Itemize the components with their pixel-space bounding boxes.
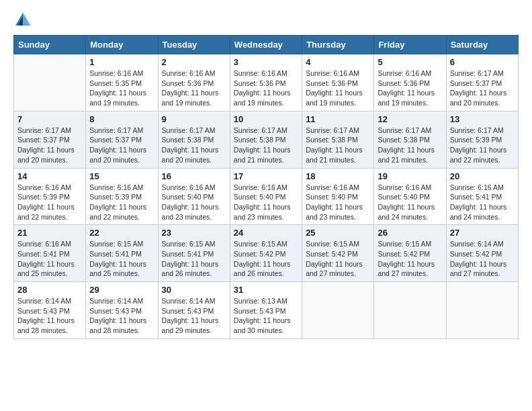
day-number: 16	[162, 171, 226, 181]
svg-marker-2	[23, 13, 30, 26]
day-info: Sunrise: 6:14 AM Sunset: 5:43 PM Dayligh…	[162, 296, 226, 336]
calendar-cell: 18Sunrise: 6:16 AM Sunset: 5:40 PM Dayli…	[302, 168, 374, 225]
day-info: Sunrise: 6:16 AM Sunset: 5:35 PM Dayligh…	[89, 68, 154, 108]
logo	[13, 11, 35, 30]
day-number: 12	[378, 114, 442, 124]
calendar: SundayMondayTuesdayWednesdayThursdayFrid…	[13, 35, 519, 339]
day-number: 13	[450, 114, 515, 124]
calendar-cell: 30Sunrise: 6:14 AM Sunset: 5:43 PM Dayli…	[158, 282, 230, 339]
calendar-cell: 5Sunrise: 6:16 AM Sunset: 5:36 PM Daylig…	[374, 54, 446, 111]
day-info: Sunrise: 6:15 AM Sunset: 5:42 PM Dayligh…	[234, 239, 298, 279]
logo-icon	[13, 11, 32, 30]
header	[13, 11, 519, 30]
calendar-cell: 22Sunrise: 6:15 AM Sunset: 5:41 PM Dayli…	[86, 225, 158, 282]
calendar-cell: 12Sunrise: 6:17 AM Sunset: 5:38 PM Dayli…	[374, 111, 446, 168]
day-info: Sunrise: 6:16 AM Sunset: 5:40 PM Dayligh…	[378, 183, 442, 222]
calendar-cell: 14Sunrise: 6:16 AM Sunset: 5:39 PM Dayli…	[14, 168, 86, 225]
weekday-sunday: Sunday	[14, 36, 86, 54]
day-info: Sunrise: 6:16 AM Sunset: 5:40 PM Dayligh…	[162, 183, 226, 222]
day-info: Sunrise: 6:16 AM Sunset: 5:40 PM Dayligh…	[234, 183, 298, 222]
day-info: Sunrise: 6:16 AM Sunset: 5:40 PM Dayligh…	[306, 183, 370, 222]
calendar-cell: 17Sunrise: 6:16 AM Sunset: 5:40 PM Dayli…	[230, 168, 302, 225]
day-info: Sunrise: 6:16 AM Sunset: 5:39 PM Dayligh…	[89, 183, 154, 222]
day-info: Sunrise: 6:15 AM Sunset: 5:42 PM Dayligh…	[378, 239, 442, 279]
week-row-1: 1Sunrise: 6:16 AM Sunset: 5:35 PM Daylig…	[14, 54, 519, 111]
calendar-cell: 13Sunrise: 6:17 AM Sunset: 5:39 PM Dayli…	[446, 111, 518, 168]
calendar-cell: 19Sunrise: 6:16 AM Sunset: 5:40 PM Dayli…	[374, 168, 446, 225]
day-info: Sunrise: 6:17 AM Sunset: 5:37 PM Dayligh…	[17, 126, 82, 165]
calendar-cell: 7Sunrise: 6:17 AM Sunset: 5:37 PM Daylig…	[14, 111, 86, 168]
day-info: Sunrise: 6:17 AM Sunset: 5:37 PM Dayligh…	[89, 126, 154, 165]
weekday-thursday: Thursday	[302, 36, 374, 54]
day-number: 27	[450, 228, 515, 238]
day-number: 3	[234, 57, 298, 67]
calendar-cell: 29Sunrise: 6:14 AM Sunset: 5:43 PM Dayli…	[86, 282, 158, 339]
day-info: Sunrise: 6:17 AM Sunset: 5:38 PM Dayligh…	[378, 126, 442, 165]
week-row-5: 28Sunrise: 6:14 AM Sunset: 5:43 PM Dayli…	[14, 282, 519, 339]
weekday-tuesday: Tuesday	[158, 36, 230, 54]
day-number: 26	[378, 228, 442, 238]
day-info: Sunrise: 6:17 AM Sunset: 5:38 PM Dayligh…	[162, 126, 226, 165]
calendar-cell: 9Sunrise: 6:17 AM Sunset: 5:38 PM Daylig…	[158, 111, 230, 168]
calendar-cell: 15Sunrise: 6:16 AM Sunset: 5:39 PM Dayli…	[86, 168, 158, 225]
day-number: 15	[89, 171, 154, 181]
calendar-cell	[302, 282, 374, 339]
day-number: 23	[162, 228, 226, 238]
day-number: 25	[306, 228, 370, 238]
weekday-wednesday: Wednesday	[230, 36, 302, 54]
day-number: 11	[306, 114, 370, 124]
day-number: 18	[306, 171, 370, 181]
calendar-cell: 21Sunrise: 6:16 AM Sunset: 5:41 PM Dayli…	[14, 225, 86, 282]
day-number: 28	[17, 285, 82, 295]
weekday-header-row: SundayMondayTuesdayWednesdayThursdayFrid…	[14, 36, 519, 54]
day-info: Sunrise: 6:14 AM Sunset: 5:43 PM Dayligh…	[17, 296, 82, 336]
day-number: 20	[450, 171, 515, 181]
weekday-monday: Monday	[86, 36, 158, 54]
day-info: Sunrise: 6:17 AM Sunset: 5:38 PM Dayligh…	[234, 126, 298, 165]
day-info: Sunrise: 6:17 AM Sunset: 5:39 PM Dayligh…	[450, 126, 515, 165]
calendar-cell: 2Sunrise: 6:16 AM Sunset: 5:36 PM Daylig…	[158, 54, 230, 111]
day-number: 14	[17, 171, 82, 181]
day-number: 31	[234, 285, 298, 295]
calendar-cell: 28Sunrise: 6:14 AM Sunset: 5:43 PM Dayli…	[14, 282, 86, 339]
weekday-saturday: Saturday	[446, 36, 518, 54]
day-info: Sunrise: 6:15 AM Sunset: 5:41 PM Dayligh…	[89, 239, 154, 279]
day-number: 6	[450, 57, 515, 67]
calendar-cell: 16Sunrise: 6:16 AM Sunset: 5:40 PM Dayli…	[158, 168, 230, 225]
day-info: Sunrise: 6:16 AM Sunset: 5:36 PM Dayligh…	[306, 68, 370, 108]
calendar-cell: 11Sunrise: 6:17 AM Sunset: 5:38 PM Dayli…	[302, 111, 374, 168]
day-info: Sunrise: 6:15 AM Sunset: 5:42 PM Dayligh…	[306, 239, 370, 279]
page: SundayMondayTuesdayWednesdayThursdayFrid…	[0, 0, 532, 411]
calendar-cell: 1Sunrise: 6:16 AM Sunset: 5:35 PM Daylig…	[86, 54, 158, 111]
day-number: 30	[162, 285, 226, 295]
day-number: 21	[17, 228, 82, 238]
calendar-cell: 3Sunrise: 6:16 AM Sunset: 5:36 PM Daylig…	[230, 54, 302, 111]
day-number: 8	[89, 114, 154, 124]
day-info: Sunrise: 6:14 AM Sunset: 5:43 PM Dayligh…	[89, 296, 154, 336]
day-number: 19	[378, 171, 442, 181]
calendar-cell: 26Sunrise: 6:15 AM Sunset: 5:42 PM Dayli…	[374, 225, 446, 282]
day-number: 1	[89, 57, 154, 67]
day-number: 17	[234, 171, 298, 181]
week-row-4: 21Sunrise: 6:16 AM Sunset: 5:41 PM Dayli…	[14, 225, 519, 282]
calendar-cell: 24Sunrise: 6:15 AM Sunset: 5:42 PM Dayli…	[230, 225, 302, 282]
calendar-cell	[14, 54, 86, 111]
day-number: 2	[162, 57, 226, 67]
calendar-cell: 10Sunrise: 6:17 AM Sunset: 5:38 PM Dayli…	[230, 111, 302, 168]
day-number: 9	[162, 114, 226, 124]
day-info: Sunrise: 6:13 AM Sunset: 5:43 PM Dayligh…	[234, 296, 298, 336]
weekday-friday: Friday	[374, 36, 446, 54]
day-info: Sunrise: 6:16 AM Sunset: 5:36 PM Dayligh…	[234, 68, 298, 108]
day-info: Sunrise: 6:16 AM Sunset: 5:36 PM Dayligh…	[162, 68, 226, 108]
day-number: 4	[306, 57, 370, 67]
calendar-cell: 4Sunrise: 6:16 AM Sunset: 5:36 PM Daylig…	[302, 54, 374, 111]
day-info: Sunrise: 6:16 AM Sunset: 5:39 PM Dayligh…	[17, 183, 82, 222]
day-number: 22	[89, 228, 154, 238]
calendar-cell: 25Sunrise: 6:15 AM Sunset: 5:42 PM Dayli…	[302, 225, 374, 282]
day-info: Sunrise: 6:16 AM Sunset: 5:36 PM Dayligh…	[378, 68, 442, 108]
day-info: Sunrise: 6:16 AM Sunset: 5:41 PM Dayligh…	[17, 239, 82, 279]
calendar-cell: 8Sunrise: 6:17 AM Sunset: 5:37 PM Daylig…	[86, 111, 158, 168]
day-number: 5	[378, 57, 442, 67]
day-info: Sunrise: 6:15 AM Sunset: 5:41 PM Dayligh…	[162, 239, 226, 279]
day-number: 24	[234, 228, 298, 238]
